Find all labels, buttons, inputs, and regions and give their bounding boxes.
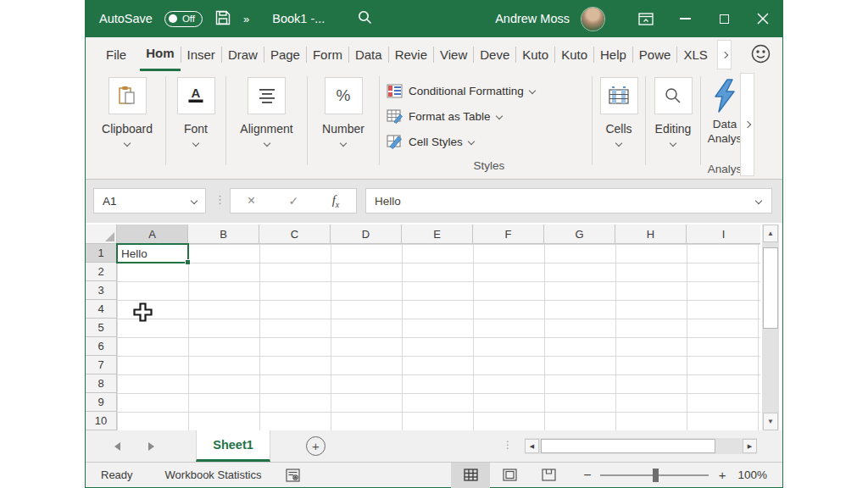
page-layout-view-button[interactable]: [490, 463, 529, 488]
insert-function-button[interactable]: fx: [332, 193, 340, 209]
scroll-up-button[interactable]: ▲: [763, 225, 778, 242]
search-icon[interactable]: [357, 9, 373, 28]
vertical-scroll-thumb[interactable]: [763, 247, 778, 329]
font-group-label: Font: [184, 122, 208, 136]
clipboard-icon[interactable]: [108, 77, 147, 114]
horizontal-scroll-thumb[interactable]: [541, 439, 715, 453]
font-icon[interactable]: A: [177, 77, 215, 114]
editing-group[interactable]: Editing: [646, 71, 700, 179]
zoom-slider[interactable]: [600, 463, 709, 488]
vertical-scrollbar[interactable]: ▲ ▼: [762, 225, 779, 430]
column-header-c[interactable]: C: [259, 225, 331, 244]
tab-developer[interactable]: Deve: [474, 37, 515, 71]
column-header-f[interactable]: F: [473, 225, 544, 244]
tab-help[interactable]: Help: [594, 37, 632, 71]
tab-data[interactable]: Data: [349, 37, 388, 71]
cancel-button[interactable]: ×: [248, 193, 255, 208]
scroll-right-button[interactable]: ▶: [743, 439, 757, 453]
zoom-slider-thumb[interactable]: [653, 469, 659, 482]
new-sheet-button[interactable]: +: [306, 436, 326, 456]
tab-view[interactable]: View: [434, 37, 473, 71]
horizontal-scrollbar[interactable]: ◀ ▶: [525, 438, 757, 454]
scroll-down-button[interactable]: ▼: [763, 413, 778, 430]
quick-access-overflow-button[interactable]: »: [243, 13, 250, 25]
workbook-statistics-button[interactable]: Workbook Statistics: [165, 469, 262, 481]
fill-handle[interactable]: [185, 259, 191, 265]
next-sheet-button[interactable]: [148, 442, 154, 451]
sheet-bar-handle[interactable]: ⋮: [503, 439, 513, 451]
tab-power[interactable]: Powe: [633, 37, 677, 71]
number-group[interactable]: % Number: [308, 71, 379, 179]
formula-input[interactable]: Hello: [365, 188, 772, 214]
tab-scroll-right-button[interactable]: [717, 40, 732, 69]
row-header-3[interactable]: 3: [86, 281, 117, 300]
zoom-in-button[interactable]: +: [719, 468, 726, 482]
close-button[interactable]: [743, 0, 782, 37]
tab-kutools[interactable]: Kuto: [516, 37, 554, 71]
tab-xls[interactable]: XLS: [677, 37, 713, 71]
expand-formula-bar-icon[interactable]: [755, 197, 762, 204]
percent-icon[interactable]: %: [325, 77, 363, 114]
scroll-left-button[interactable]: ◀: [525, 439, 539, 453]
zoom-out-button[interactable]: −: [583, 468, 591, 483]
name-box[interactable]: A1: [93, 188, 206, 214]
normal-view-button[interactable]: [451, 463, 490, 488]
data-analysis-label-line2[interactable]: Analys: [708, 131, 743, 146]
save-icon[interactable]: [214, 9, 231, 29]
cells-area[interactable]: [117, 244, 760, 430]
alignment-group[interactable]: Alignment: [226, 71, 307, 179]
row-header-8[interactable]: 8: [86, 374, 117, 393]
column-header-d[interactable]: D: [331, 225, 402, 244]
data-analysis-lightning-icon[interactable]: [710, 78, 739, 117]
active-cell-a1[interactable]: Hello: [116, 243, 189, 263]
row-header-5[interactable]: 5: [86, 319, 117, 337]
autosave-toggle[interactable]: Off: [164, 11, 203, 27]
format-as-table-button[interactable]: Format as Table: [387, 103, 592, 129]
maximize-button[interactable]: [704, 0, 743, 37]
font-group[interactable]: A Font: [166, 71, 225, 179]
clipboard-group[interactable]: Clipboard: [89, 71, 165, 179]
find-select-icon[interactable]: [654, 77, 693, 114]
user-name[interactable]: Andrew Moss: [495, 12, 570, 25]
cell-styles-button[interactable]: Cell Styles: [387, 129, 592, 154]
row-header-1[interactable]: 1: [86, 244, 117, 263]
tab-review[interactable]: Revie: [389, 37, 433, 71]
alignment-icon[interactable]: [248, 77, 286, 114]
feedback-smiley-icon[interactable]: [751, 44, 771, 67]
tab-kutools-plus[interactable]: Kuto: [555, 37, 593, 71]
column-header-a[interactable]: A: [117, 225, 188, 244]
ribbon-scroll-right-button[interactable]: [740, 73, 754, 176]
minimize-button[interactable]: [665, 0, 704, 37]
row-header-6[interactable]: 6: [86, 337, 117, 356]
row-header-10[interactable]: 10: [86, 412, 117, 430]
ribbon-tab-row: File Hom Inser Draw Page Form Data Revie…: [86, 37, 782, 71]
column-header-g[interactable]: G: [544, 225, 615, 244]
avatar[interactable]: [581, 8, 604, 30]
data-analysis-label-line1[interactable]: Data: [713, 117, 737, 131]
previous-sheet-button[interactable]: [114, 442, 120, 451]
sheet-tab-sheet1[interactable]: Sheet1: [196, 430, 270, 462]
row-header-9[interactable]: 9: [86, 393, 117, 412]
row-header-2[interactable]: 2: [86, 263, 117, 281]
tab-insert[interactable]: Inser: [181, 37, 221, 71]
column-header-h[interactable]: H: [615, 225, 687, 244]
tab-file[interactable]: File: [97, 37, 135, 71]
cells-icon[interactable]: [600, 77, 638, 114]
tab-home[interactable]: Hom: [140, 37, 180, 71]
zoom-level[interactable]: 100%: [737, 469, 767, 481]
row-header-4[interactable]: 4: [86, 300, 117, 319]
tab-draw[interactable]: Draw: [222, 37, 264, 71]
select-all-button[interactable]: [86, 225, 117, 244]
accessibility-checker-icon[interactable]: [286, 469, 300, 482]
page-break-preview-button[interactable]: [529, 463, 568, 488]
cells-group[interactable]: Cells: [593, 71, 645, 179]
column-header-e[interactable]: E: [402, 225, 473, 244]
conditional-formatting-button[interactable]: Conditional Formatting: [387, 78, 592, 103]
tab-page-layout[interactable]: Page: [264, 37, 306, 71]
ribbon-display-options-button[interactable]: [626, 0, 665, 37]
column-header-b[interactable]: B: [188, 225, 259, 244]
enter-button[interactable]: ✓: [288, 194, 298, 208]
tab-formulas[interactable]: Form: [307, 37, 348, 71]
row-header-7[interactable]: 7: [86, 356, 117, 374]
column-header-i[interactable]: I: [687, 225, 760, 244]
